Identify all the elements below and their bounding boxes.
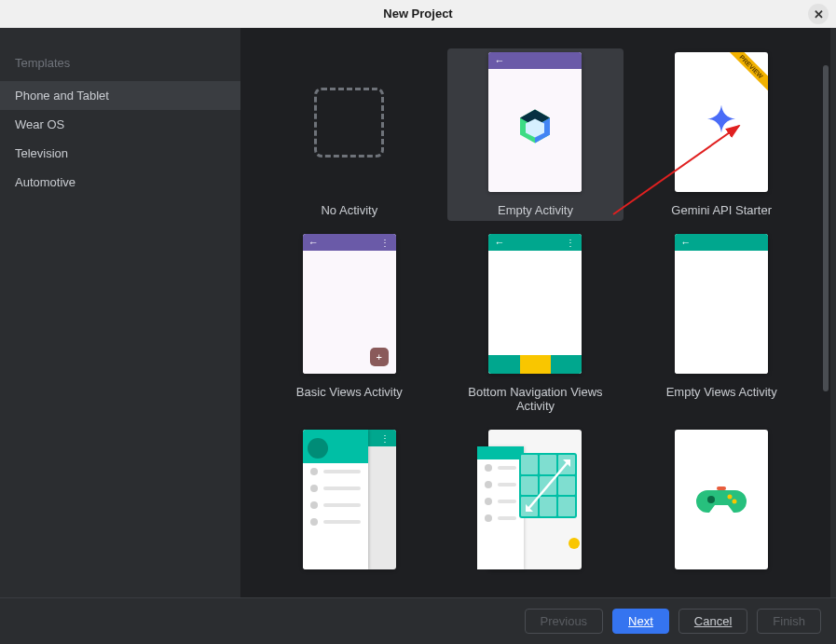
yellow-dot-icon: [569, 538, 580, 549]
preview-badge: PREVIEW: [724, 52, 769, 94]
thumb-body: [488, 69, 582, 192]
cancel-button[interactable]: Cancel: [678, 609, 747, 634]
template-gemini-api-starter[interactable]: PREVIEW Gemini API Starter: [633, 48, 810, 221]
template-empty-views-activity[interactable]: ← Empty Views Activity: [633, 230, 810, 417]
appbar-icon: ←: [488, 52, 582, 69]
overflow-menu-icon: ⋮: [566, 238, 576, 248]
template-label: Basic Views Activity: [296, 385, 403, 399]
overflow-menu-icon: ⋮: [380, 433, 391, 444]
drawer-header-icon: [303, 430, 368, 463]
compose-logo-icon: [514, 106, 555, 147]
appbar-icon: ← ⋮: [488, 234, 582, 251]
sidebar-item-phone-tablet[interactable]: Phone and Tablet: [0, 81, 240, 110]
list-panel-icon: [477, 446, 524, 569]
main-area: Templates Phone and Tablet Wear OS Telev…: [0, 28, 836, 597]
overflow-menu-icon: ⋮: [380, 238, 391, 248]
template-thumb: [488, 430, 582, 569]
close-button[interactable]: ✕: [808, 4, 829, 24]
sidebar-item-television[interactable]: Television: [0, 139, 240, 168]
list-item: [303, 463, 368, 480]
sidebar-item-wear-os[interactable]: Wear OS: [0, 110, 240, 139]
list-item: [303, 514, 368, 530]
thumb-body: [675, 251, 768, 374]
next-button[interactable]: Next: [612, 609, 669, 634]
svg-rect-12: [717, 486, 726, 490]
template-empty-activity[interactable]: ← Empty Activity: [447, 48, 624, 221]
sidebar: Templates Phone and Tablet Wear OS Telev…: [0, 28, 240, 597]
appbar-icon: ← ⋮: [303, 234, 396, 251]
finish-button: Finish: [757, 609, 821, 634]
template-label: Empty Activity: [498, 203, 573, 217]
template-no-activity[interactable]: No Activity: [261, 48, 438, 221]
back-arrow-icon: ←: [680, 237, 691, 248]
gamepad-icon: [696, 483, 747, 516]
sidebar-item-label: Phone and Tablet: [15, 89, 109, 103]
thumb-body: [488, 251, 582, 374]
svg-point-9: [707, 496, 715, 503]
sidebar-item-label: Automotive: [15, 175, 75, 189]
gemini-star-icon: [706, 103, 737, 135]
template-thumb: PREVIEW: [675, 52, 768, 192]
scrollbar[interactable]: [823, 65, 829, 438]
sidebar-item-automotive[interactable]: Automotive: [0, 168, 240, 197]
template-thumb: ←: [488, 52, 582, 192]
template-label: No Activity: [321, 203, 377, 217]
title-bar: New Project ✕: [0, 0, 836, 28]
list-item: [303, 480, 368, 497]
template-thumb: [303, 52, 396, 192]
sidebar-header: Templates: [0, 45, 240, 81]
back-arrow-icon: ←: [308, 237, 319, 248]
back-arrow-icon: ←: [494, 237, 504, 248]
dashed-box-icon: [314, 88, 384, 158]
appbar-icon: ←: [675, 234, 768, 251]
template-thumb: ← ⋮ +: [303, 234, 396, 374]
template-thumb: ⋮: [303, 430, 396, 569]
footer-buttons: Previous Next Cancel Finish: [0, 597, 836, 644]
bottom-nav-icon: [488, 355, 582, 374]
template-bottom-navigation-views-activity[interactable]: ← ⋮ Bottom Navigation Views Activity: [447, 230, 624, 417]
template-grid-container: No Activity ←: [240, 28, 836, 597]
sidebar-item-label: Wear OS: [15, 117, 64, 131]
svg-point-10: [728, 495, 733, 500]
sidebar-item-label: Television: [15, 146, 68, 160]
template-thumb: [675, 430, 768, 569]
close-icon: ✕: [814, 7, 824, 21]
drawer-panel-icon: [303, 430, 368, 569]
fab-icon: +: [370, 348, 389, 366]
thumb-body: +: [303, 251, 396, 374]
svg-point-11: [733, 500, 737, 504]
grid-panel-icon: [519, 453, 577, 518]
window-title: New Project: [383, 7, 452, 21]
template-thumb: ←: [675, 234, 768, 374]
template-label: Empty Views Activity: [666, 385, 777, 399]
back-arrow-icon: ←: [494, 55, 504, 66]
template-label: Gemini API Starter: [671, 203, 772, 217]
scrollbar-thumb[interactable]: [823, 65, 829, 391]
template-basic-views-activity[interactable]: ← ⋮ + Basic Views Activity: [261, 230, 438, 417]
template-label: Bottom Navigation Views Activity: [451, 385, 621, 413]
avatar-icon: [308, 438, 328, 459]
template-responsive-views-activity[interactable]: [447, 426, 624, 573]
template-thumb: ← ⋮: [488, 234, 582, 374]
template-navigation-drawer-views-activity[interactable]: ⋮: [261, 426, 438, 573]
template-game-activity[interactable]: [633, 426, 810, 573]
list-item: [303, 497, 368, 514]
template-grid: No Activity ←: [240, 28, 830, 594]
previous-button: Previous: [525, 609, 604, 634]
